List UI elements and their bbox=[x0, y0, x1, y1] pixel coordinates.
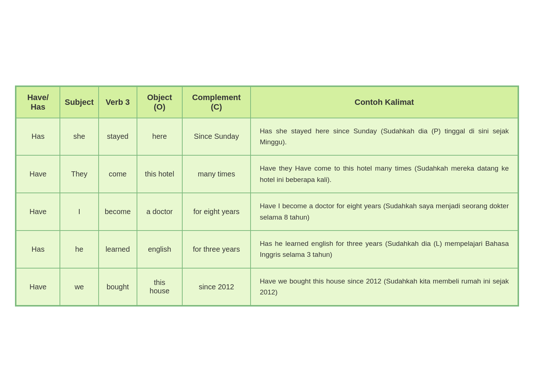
cell-contoh-kalimat: Have I become a doctor for eight years (… bbox=[251, 193, 518, 231]
cell-object: this hotel bbox=[137, 155, 182, 193]
cell-subject: he bbox=[60, 231, 98, 268]
table-row: HaveTheycomethis hotelmany timesHave the… bbox=[16, 155, 518, 193]
cell-subject: she bbox=[60, 118, 98, 156]
header-row: Have/ Has Subject Verb 3 Object (O) Comp… bbox=[16, 87, 518, 118]
cell-subject: I bbox=[60, 193, 98, 231]
header-contoh-kalimat: Contoh Kalimat bbox=[251, 87, 518, 118]
cell-object: english bbox=[137, 231, 182, 268]
table-row: HasshestayedhereSince SundayHas she stay… bbox=[16, 118, 518, 156]
header-complement: Complement (C) bbox=[182, 87, 251, 118]
table-row: HaveIbecomea doctorfor eight yearsHave I… bbox=[16, 193, 518, 231]
cell-complement: for three years bbox=[182, 231, 251, 268]
cell-subject: we bbox=[60, 268, 98, 306]
cell-verb3: come bbox=[99, 155, 137, 193]
header-have-has: Have/ Has bbox=[16, 87, 60, 118]
cell-verb3: bought bbox=[99, 268, 137, 306]
table-row: Haveweboughtthis housesince 2012Have we … bbox=[16, 268, 518, 306]
grammar-table: Have/ Has Subject Verb 3 Object (O) Comp… bbox=[16, 86, 518, 306]
cell-contoh-kalimat: Has he learned english for three years (… bbox=[251, 231, 518, 268]
header-verb3: Verb 3 bbox=[99, 87, 137, 118]
cell-have-has: Has bbox=[16, 118, 60, 156]
header-subject: Subject bbox=[60, 87, 98, 118]
main-table-wrapper: Have/ Has Subject Verb 3 Object (O) Comp… bbox=[15, 85, 519, 307]
cell-verb3: become bbox=[99, 193, 137, 231]
cell-complement: for eight years bbox=[182, 193, 251, 231]
cell-object: a doctor bbox=[137, 193, 182, 231]
cell-have-has: Has bbox=[16, 231, 60, 268]
cell-object: this house bbox=[137, 268, 182, 306]
cell-have-has: Have bbox=[16, 193, 60, 231]
cell-verb3: learned bbox=[99, 231, 137, 268]
cell-contoh-kalimat: Have they Have come to this hotel many t… bbox=[251, 155, 518, 193]
cell-complement: many times bbox=[182, 155, 251, 193]
cell-verb3: stayed bbox=[99, 118, 137, 156]
table-row: Hashelearnedenglishfor three yearsHas he… bbox=[16, 231, 518, 268]
cell-have-has: Have bbox=[16, 268, 60, 306]
cell-subject: They bbox=[60, 155, 98, 193]
cell-contoh-kalimat: Have we bought this house since 2012 (Su… bbox=[251, 268, 518, 306]
cell-complement: Since Sunday bbox=[182, 118, 251, 156]
cell-contoh-kalimat: Has she stayed here since Sunday (Sudahk… bbox=[251, 118, 518, 156]
cell-complement: since 2012 bbox=[182, 268, 251, 306]
cell-object: here bbox=[137, 118, 182, 156]
cell-have-has: Have bbox=[16, 155, 60, 193]
header-object: Object (O) bbox=[137, 87, 182, 118]
